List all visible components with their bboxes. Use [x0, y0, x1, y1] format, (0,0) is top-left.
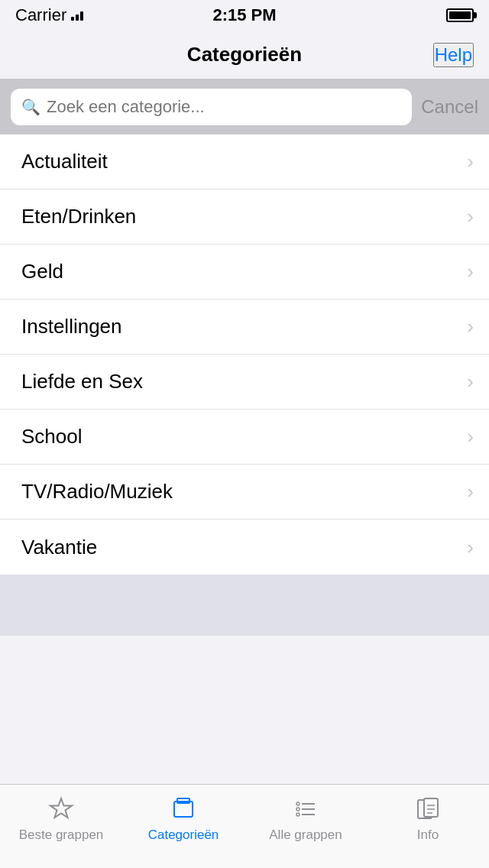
- category-label: School: [21, 425, 83, 449]
- svg-rect-9: [424, 798, 438, 817]
- category-label: Vakantie: [21, 536, 97, 559]
- tab-alle-grappen[interactable]: Alle grappen: [244, 795, 367, 843]
- battery-icon: [446, 8, 474, 22]
- wifi-icon: [71, 10, 83, 21]
- chevron-right-icon: ›: [467, 480, 474, 504]
- list-item[interactable]: Geld ›: [0, 245, 489, 300]
- svg-point-4: [296, 808, 300, 811]
- list-item[interactable]: Eten/Drinken ›: [0, 189, 489, 245]
- list-item[interactable]: TV/Radio/Muziek ›: [0, 465, 489, 520]
- chevron-right-icon: ›: [467, 150, 474, 173]
- category-label: Geld: [21, 260, 63, 283]
- help-button[interactable]: Help: [433, 43, 474, 67]
- search-bar: 🔍 Cancel: [0, 79, 489, 134]
- star-icon: [47, 795, 75, 823]
- search-input[interactable]: [47, 97, 401, 117]
- search-input-wrapper[interactable]: 🔍: [11, 89, 412, 125]
- nav-bar: Categorieën Help: [0, 31, 489, 79]
- category-label: Liefde en Sex: [21, 370, 143, 394]
- list-spacer: [0, 575, 489, 636]
- carrier-text: Carrier: [15, 5, 83, 25]
- chevron-right-icon: ›: [467, 205, 474, 228]
- svg-point-2: [296, 802, 300, 805]
- category-label: Instellingen: [21, 315, 122, 338]
- chevron-right-icon: ›: [467, 315, 474, 338]
- tab-alle-grappen-label: Alle grappen: [269, 828, 342, 843]
- tab-categorieen[interactable]: Categorieën: [122, 795, 244, 843]
- cancel-button[interactable]: Cancel: [421, 96, 478, 118]
- chevron-right-icon: ›: [467, 370, 474, 394]
- list-icon: [292, 795, 319, 823]
- status-bar: Carrier 2:15 PM: [0, 0, 489, 31]
- chevron-right-icon: ›: [467, 260, 474, 283]
- tab-bar: Beste grappen Categorieën Alle grappen: [0, 784, 489, 868]
- tab-info-label: Info: [417, 828, 439, 843]
- list-item[interactable]: Liefde en Sex ›: [0, 355, 489, 410]
- list-item[interactable]: Actualiteit ›: [0, 134, 489, 189]
- svg-point-6: [296, 813, 300, 816]
- category-label: Eten/Drinken: [21, 205, 136, 228]
- chevron-right-icon: ›: [467, 536, 474, 559]
- tab-categorieen-label: Categorieën: [148, 828, 219, 843]
- category-label: TV/Radio/Muziek: [21, 480, 173, 504]
- tab-beste-grappen-label: Beste grappen: [19, 828, 104, 843]
- tab-info[interactable]: Info: [367, 795, 489, 843]
- tab-beste-grappen[interactable]: Beste grappen: [0, 795, 122, 843]
- list-item[interactable]: Instellingen ›: [0, 300, 489, 355]
- category-list: Actualiteit › Eten/Drinken › Geld › Inst…: [0, 134, 489, 575]
- list-item[interactable]: Vakantie ›: [0, 520, 489, 575]
- info-icon: [414, 795, 442, 823]
- nav-title: Categorieën: [187, 43, 302, 66]
- status-time: 2:15 PM: [212, 5, 276, 25]
- list-item[interactable]: School ›: [0, 410, 489, 465]
- category-label: Actualiteit: [21, 150, 108, 173]
- categories-icon: [170, 795, 197, 823]
- search-icon: 🔍: [21, 98, 40, 116]
- chevron-right-icon: ›: [467, 425, 474, 449]
